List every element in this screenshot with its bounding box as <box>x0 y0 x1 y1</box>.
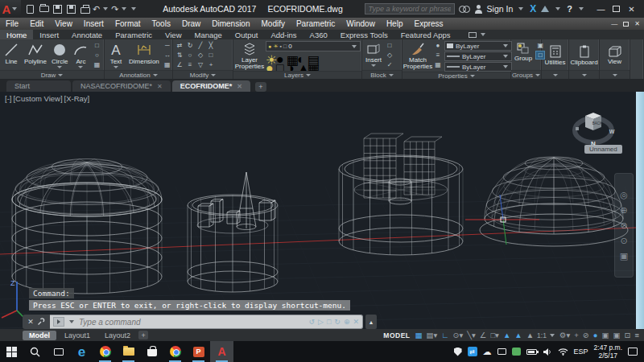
display-icon[interactable] <box>497 348 506 355</box>
save-as-button[interactable] <box>65 3 77 15</box>
clipboard-panel[interactable]: Clipboard <box>569 39 600 79</box>
modify-tool-icon-4[interactable]: ⇅ <box>175 51 184 60</box>
status-toggle-icon-6[interactable]: □▾ <box>490 331 499 339</box>
annotation-tool-icon-2[interactable]: ▦ <box>163 60 172 69</box>
layer-properties-button[interactable]: Layer Properties <box>235 41 264 71</box>
block-panel-label[interactable]: Block <box>362 70 402 79</box>
text-button[interactable]: A Text <box>106 41 126 69</box>
status-tool-icon-6[interactable]: ⊡ <box>624 331 630 339</box>
doc-restore-button[interactable] <box>623 22 629 27</box>
store-button[interactable] <box>140 341 163 362</box>
status-tool-icon-4[interactable]: ▣ <box>602 331 609 339</box>
help-caret-icon[interactable] <box>579 7 584 10</box>
properties-tool-icon-2[interactable]: ▦ <box>433 60 443 69</box>
status-toggle-icon-2[interactable]: ∟ <box>441 331 448 339</box>
modify-tool-icon-3[interactable]: ╳ <box>206 41 216 50</box>
palette-edge-strip[interactable] <box>636 92 644 329</box>
modify-tool-icon-0[interactable]: ⇄ <box>175 41 184 50</box>
help-icon[interactable]: ? <box>567 4 572 14</box>
redo-button[interactable]: ↷ <box>111 5 118 14</box>
chrome-button[interactable] <box>93 341 117 362</box>
layer-tool-icon-1[interactable]: ● <box>276 52 287 61</box>
open-file-button[interactable] <box>38 3 50 15</box>
ribbon-tab-8[interactable]: A360 <box>303 30 334 39</box>
annotation-panel-label[interactable]: Annotation <box>105 70 172 79</box>
menu-item-11[interactable]: Help <box>381 19 409 28</box>
redo-caret-icon[interactable] <box>122 7 126 10</box>
chrome-2-button[interactable] <box>163 341 187 362</box>
polyline-button[interactable]: Polyline <box>23 41 48 66</box>
status-tool-icon-2[interactable]: ⊘ <box>583 331 589 339</box>
viewcube-east-marker[interactable] <box>576 127 579 130</box>
block-tool-icon-0[interactable]: □ <box>385 41 394 50</box>
space-indicator[interactable]: MODEL <box>383 331 410 339</box>
battery-icon[interactable] <box>526 349 537 355</box>
communication-caret-icon[interactable] <box>555 7 560 10</box>
onedrive-sync-icon[interactable]: ⇄ <box>468 347 477 356</box>
status-toggle-icon-8[interactable]: ▲ <box>514 331 522 339</box>
layer-tool-icon-3[interactable]: ◐ <box>297 52 308 61</box>
close-tab-icon[interactable]: ✕ <box>157 83 163 90</box>
search-icon[interactable] <box>459 6 470 13</box>
modify-tool-icon-10[interactable]: ▽ <box>196 60 205 69</box>
utilities-panel[interactable]: Utilities <box>542 39 569 79</box>
layer-state-icon-2[interactable]: ▪ <box>280 43 282 50</box>
layer-select-combo[interactable]: ●☀▪□ 0 <box>266 41 361 51</box>
utilities-panel-label[interactable] <box>542 70 568 79</box>
wifi-icon[interactable] <box>558 348 568 356</box>
command-close-icon[interactable]: ✕ <box>27 318 34 326</box>
new-drawing-tab-button[interactable]: + <box>255 82 266 92</box>
group-button[interactable]: Group <box>513 41 534 63</box>
lineweight-combo[interactable]: ByLayer <box>444 51 512 61</box>
menu-item-3[interactable]: Insert <box>78 19 109 28</box>
modify-tool-icon-2[interactable]: ╱ <box>196 41 205 50</box>
layer-tool-icon-6[interactable]: □ <box>276 61 287 70</box>
ribbon-collapse-control[interactable] <box>469 30 487 39</box>
status-tool-icon-7[interactable]: ≡ <box>634 331 639 339</box>
status-toggle-icon-3[interactable]: ⊙▾ <box>453 331 464 339</box>
status-tool-icon-3[interactable]: ● <box>593 331 598 339</box>
new-layout-button[interactable]: + <box>138 331 148 339</box>
menu-item-6[interactable]: Draw <box>176 19 206 28</box>
doc-close-button[interactable]: ✕ <box>634 20 640 27</box>
layout2-tab[interactable]: Layout2 <box>98 331 137 340</box>
ribbon-tab-5[interactable]: Manage <box>188 30 229 39</box>
sign-in-button[interactable]: Sign In <box>487 4 514 14</box>
close-button[interactable]: ✕ <box>624 2 639 16</box>
command-bar-button-2[interactable]: □ <box>327 319 331 326</box>
undo-caret-icon[interactable] <box>103 7 108 10</box>
ribbon-tab-4[interactable]: View <box>159 30 188 39</box>
layout1-tab[interactable]: Layout1 <box>58 331 97 340</box>
navbar-tool-icon-4[interactable]: ▣ <box>620 252 628 261</box>
match-properties-button[interactable]: Match Properties <box>404 41 431 71</box>
navbar-tool-icon-3[interactable]: ⊙ <box>620 237 627 245</box>
command-input[interactable] <box>79 318 305 327</box>
recent-commands-caret-icon[interactable] <box>69 320 74 323</box>
restore-button[interactable] <box>609 2 624 16</box>
file-tab-nasaecofridome[interactable]: NASAECOFRIDOME* ✕ <box>72 80 171 92</box>
menu-item-9[interactable]: Parametric <box>291 19 341 28</box>
cloud-icon[interactable]: ☁ <box>483 348 492 356</box>
layer-tool-icon-8[interactable]: ▲ <box>297 61 308 70</box>
modify-tool-icon-7[interactable]: □ <box>206 51 216 60</box>
layer-tool-icon-4[interactable]: ▤ <box>308 52 318 61</box>
close-tab-icon[interactable]: ✕ <box>237 83 242 90</box>
navbar-tool-icon-2[interactable]: ⊘ <box>620 221 627 230</box>
viewport-menu-control[interactable]: [-] <box>5 94 11 103</box>
arc-button[interactable]: Arc <box>71 41 90 69</box>
draw-tool-icon-1[interactable]: ○ <box>92 51 101 60</box>
action-center-icon[interactable] <box>628 348 638 356</box>
view-panel[interactable]: View <box>600 39 630 79</box>
save-button[interactable] <box>52 3 64 15</box>
model-tab[interactable]: Model <box>23 331 56 340</box>
menu-item-10[interactable]: Window <box>341 19 381 28</box>
command-bar-button-5[interactable]: ✕ <box>353 319 359 326</box>
layer-state-icon-1[interactable]: ☀ <box>273 43 278 50</box>
autodesk-exchange-icon[interactable]: X <box>530 3 536 14</box>
messaging-icon[interactable] <box>512 348 521 356</box>
drawing-canvas[interactable]: Z [-] [Custom View] [X-Ray] BACK N W Unn… <box>0 92 644 329</box>
object-color-combo[interactable]: ByLayer <box>444 41 512 51</box>
modify-tool-icon-9[interactable]: ≡ <box>185 60 195 69</box>
draw-tool-icon-2[interactable]: ▦ <box>92 60 101 69</box>
ribbon-tab-10[interactable]: Featured Apps <box>394 30 457 39</box>
